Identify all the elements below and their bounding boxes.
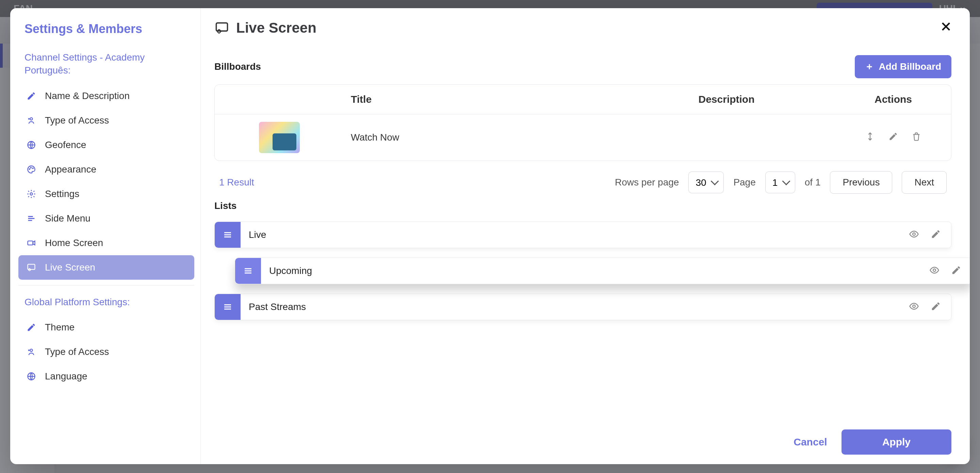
sidebar-item-label: Appearance (45, 164, 96, 175)
table-row: Watch Now (215, 114, 951, 161)
add-billboard-button[interactable]: Add Billboard (855, 55, 951, 78)
content-header: Live Screen (215, 20, 951, 36)
sidebar-item-settings[interactable]: Settings (18, 182, 194, 206)
sidebar-item-label: Geofence (45, 140, 86, 150)
menu-icon (26, 213, 37, 224)
edit-list-button[interactable] (931, 229, 941, 240)
svg-point-13 (30, 167, 31, 168)
visibility-toggle[interactable] (909, 301, 919, 313)
sidebar-item-home-screen[interactable]: Home Screen (18, 231, 194, 255)
list-item-live[interactable]: Live (215, 221, 951, 248)
svg-point-15 (30, 193, 33, 195)
eye-icon (929, 265, 940, 275)
settings-modal: Settings & Members Channel Settings - Ac… (10, 8, 970, 464)
next-button[interactable]: Next (902, 171, 947, 194)
svg-point-19 (30, 349, 33, 352)
global-settings-title: Global Platform Settings: (18, 296, 194, 309)
lists-label: Lists (215, 201, 951, 211)
modal-sidebar-title: Settings & Members (18, 22, 194, 36)
pencil-icon (26, 91, 37, 101)
svg-point-24 (933, 269, 936, 272)
visibility-toggle[interactable] (929, 265, 940, 277)
list-item-past-streams[interactable]: Past Streams (215, 294, 951, 320)
drag-handle[interactable] (215, 294, 240, 320)
trash-icon (912, 132, 921, 141)
modal-content: Live Screen Billboards Add Billboard Tit… (201, 8, 970, 464)
globe-icon (26, 371, 37, 382)
cancel-button[interactable]: Cancel (794, 436, 827, 448)
reorder-button[interactable] (865, 132, 875, 143)
apply-button[interactable]: Apply (842, 430, 951, 455)
billboards-header: Billboards Add Billboard (215, 55, 951, 78)
modal-sidebar: Settings & Members Channel Settings - Ac… (10, 8, 201, 464)
pencil-icon (931, 229, 941, 239)
sidebar-item-type-of-access[interactable]: Type of Access (18, 108, 194, 133)
billboards-label: Billboards (215, 61, 261, 72)
pencil-icon (951, 265, 961, 275)
table-header: Title Description Actions (215, 85, 951, 114)
sidebar-item-side-menu[interactable]: Side Menu (18, 206, 194, 231)
drag-handle[interactable] (215, 222, 240, 248)
pencil-icon (931, 301, 941, 311)
row-title: Watch Now (344, 132, 617, 143)
sidebar-item-label: Home Screen (45, 237, 103, 248)
globe-icon (26, 140, 37, 150)
sidebar-item-appearance[interactable]: Appearance (18, 157, 194, 182)
sidebar-item-language[interactable]: Language (18, 364, 194, 389)
pagination: 1 Result Rows per page 30 Page 1 of 1 Pr… (215, 161, 951, 197)
eye-icon (909, 301, 919, 311)
palette-icon (26, 164, 37, 175)
billboard-thumbnail (259, 122, 300, 153)
screen-cog-icon (215, 21, 229, 35)
drag-icon (223, 230, 233, 240)
channel-settings-title: Channel Settings - Academy Português: (18, 51, 194, 77)
drag-icon (243, 266, 253, 276)
sidebar-item-label: Language (45, 371, 88, 382)
sidebar-item-label: Settings (45, 188, 79, 199)
list-item-upcoming[interactable]: Upcoming (235, 258, 970, 284)
camera-icon (26, 237, 37, 248)
add-billboard-label: Add Billboard (878, 61, 941, 72)
sidebar-item-geofence[interactable]: Geofence (18, 133, 194, 157)
edit-button[interactable] (888, 132, 898, 143)
list-item-label: Upcoming (261, 266, 929, 276)
drag-handle[interactable] (235, 258, 261, 284)
col-description: Description (617, 94, 835, 105)
page-of-text: of 1 (805, 177, 821, 188)
col-title: Title (344, 94, 617, 105)
sidebar-item-live-screen[interactable]: Live Screen (18, 255, 194, 280)
previous-button[interactable]: Previous (830, 171, 892, 194)
svg-point-23 (913, 233, 915, 236)
eye-icon (909, 229, 919, 239)
sidebar-item-label: Live Screen (45, 262, 95, 273)
screen-cog-icon (26, 262, 37, 273)
person-plus-icon (26, 346, 37, 357)
delete-button[interactable] (912, 132, 921, 143)
svg-point-25 (913, 305, 915, 307)
sidebar-separator (18, 285, 194, 285)
svg-point-14 (33, 168, 33, 169)
sort-icon (865, 132, 875, 141)
person-plus-icon (26, 115, 37, 126)
edit-list-button[interactable] (931, 301, 941, 313)
svg-point-12 (29, 169, 30, 169)
result-count: 1 Result (219, 177, 254, 188)
gear-icon (26, 188, 37, 199)
billboards-table: Title Description Actions Watch Now (215, 84, 951, 161)
sidebar-item-theme[interactable]: Theme (18, 315, 194, 339)
sidebar-item-label: Type of Access (45, 346, 109, 357)
page-select[interactable]: 1 (765, 172, 795, 193)
rows-per-page-select[interactable]: 30 (688, 172, 724, 193)
modal-overlay: Settings & Members Channel Settings - Ac… (0, 0, 980, 473)
sidebar-item-label: Name & Description (45, 91, 130, 101)
visibility-toggle[interactable] (909, 229, 919, 240)
col-actions: Actions (835, 94, 951, 105)
edit-list-button[interactable] (951, 265, 961, 277)
sidebar-item-label: Theme (45, 322, 75, 333)
sidebar-item-global-access[interactable]: Type of Access (18, 339, 194, 364)
sidebar-item-name-description[interactable]: Name & Description (18, 84, 194, 108)
rows-per-page-label: Rows per page (615, 177, 679, 188)
svg-point-10 (30, 118, 33, 120)
pencil-icon (26, 322, 37, 333)
drag-icon (223, 302, 233, 312)
